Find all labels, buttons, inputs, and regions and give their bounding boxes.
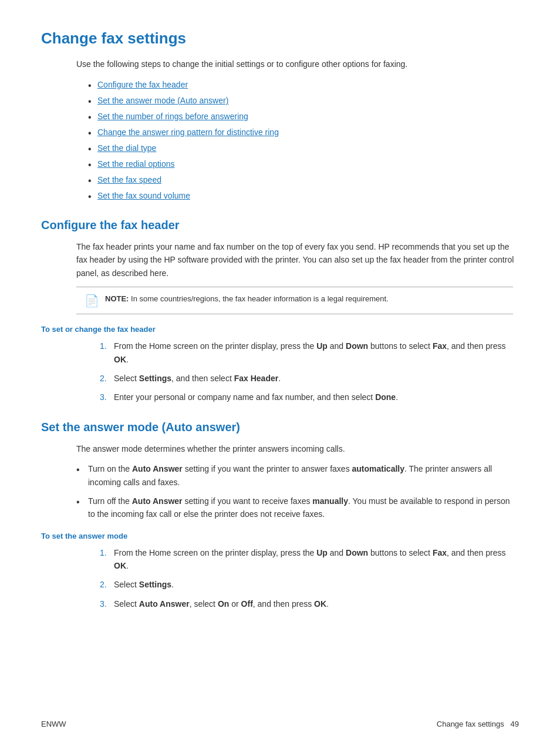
toc-link-5[interactable]: Set the dial type bbox=[97, 143, 156, 153]
answer-mode-step-2: Select Settings. bbox=[100, 578, 519, 591]
toc-link-3[interactable]: Set the number of rings before answering bbox=[97, 112, 248, 121]
footer-right: Change fax settings 49 bbox=[437, 720, 519, 728]
toc-link-2[interactable]: Set the answer mode (Auto answer) bbox=[97, 96, 228, 105]
configure-fax-header-body: The fax header prints your name and fax … bbox=[76, 240, 519, 280]
answer-mode-bullet-1: Turn on the Auto Answer setting if you w… bbox=[76, 462, 519, 489]
subsection-title-set-answer-mode: To set the answer mode bbox=[41, 532, 519, 540]
toc-item-1[interactable]: Configure the fax header bbox=[88, 79, 519, 91]
page-footer: ENWW Change fax settings 49 bbox=[0, 720, 560, 728]
fax-header-steps: From the Home screen on the printer disp… bbox=[100, 340, 519, 404]
subsection-title-set-change-fax-header: To set or change the fax header bbox=[41, 325, 519, 334]
toc-link-7[interactable]: Set the fax speed bbox=[97, 175, 161, 184]
answer-mode-step-3: Select Auto Answer, select On or Off, an… bbox=[100, 597, 519, 610]
note-box: 📄 NOTE: In some countries/regions, the f… bbox=[76, 287, 513, 314]
answer-mode-step-1: From the Home screen on the printer disp… bbox=[100, 546, 519, 573]
toc-item-7[interactable]: Set the fax speed bbox=[88, 174, 519, 186]
toc-item-3[interactable]: Set the number of rings before answering bbox=[88, 110, 519, 123]
note-content: In some countries/regions, the fax heade… bbox=[131, 294, 389, 303]
note-label: NOTE: bbox=[105, 294, 129, 303]
answer-mode-body: The answer mode determines whether the p… bbox=[76, 442, 519, 455]
answer-mode-bullet-2: Turn off the Auto Answer setting if you … bbox=[76, 495, 519, 521]
toc-item-2[interactable]: Set the answer mode (Auto answer) bbox=[88, 95, 519, 107]
toc-link-8[interactable]: Set the fax sound volume bbox=[97, 191, 190, 200]
toc-link-1[interactable]: Configure the fax header bbox=[97, 80, 188, 89]
note-icon: 📄 bbox=[85, 294, 99, 308]
section-title-answer-mode: Set the answer mode (Auto answer) bbox=[41, 421, 519, 434]
page-title: Change fax settings bbox=[41, 29, 519, 48]
fax-header-step-1: From the Home screen on the printer disp… bbox=[100, 340, 519, 366]
toc-item-5[interactable]: Set the dial type bbox=[88, 142, 519, 154]
toc-item-4[interactable]: Change the answer ring pattern for disti… bbox=[88, 126, 519, 139]
toc-item-6[interactable]: Set the redial options bbox=[88, 158, 519, 170]
section-title-configure-fax-header: Configure the fax header bbox=[41, 219, 519, 232]
answer-mode-bullets: Turn on the Auto Answer setting if you w… bbox=[76, 462, 519, 521]
footer-left: ENWW bbox=[41, 720, 66, 728]
fax-header-step-2: Select Settings, and then select Fax Hea… bbox=[100, 372, 519, 385]
toc-link-6[interactable]: Set the redial options bbox=[97, 159, 175, 169]
answer-mode-steps: From the Home screen on the printer disp… bbox=[100, 546, 519, 611]
intro-text: Use the following steps to change the in… bbox=[76, 58, 519, 70]
fax-header-step-3: Enter your personal or company name and … bbox=[100, 391, 519, 404]
toc-link-4[interactable]: Change the answer ring pattern for disti… bbox=[97, 127, 279, 137]
note-text: NOTE: In some countries/regions, the fax… bbox=[105, 293, 389, 305]
toc-list: Configure the fax header Set the answer … bbox=[88, 79, 519, 202]
toc-item-8[interactable]: Set the fax sound volume bbox=[88, 190, 519, 202]
